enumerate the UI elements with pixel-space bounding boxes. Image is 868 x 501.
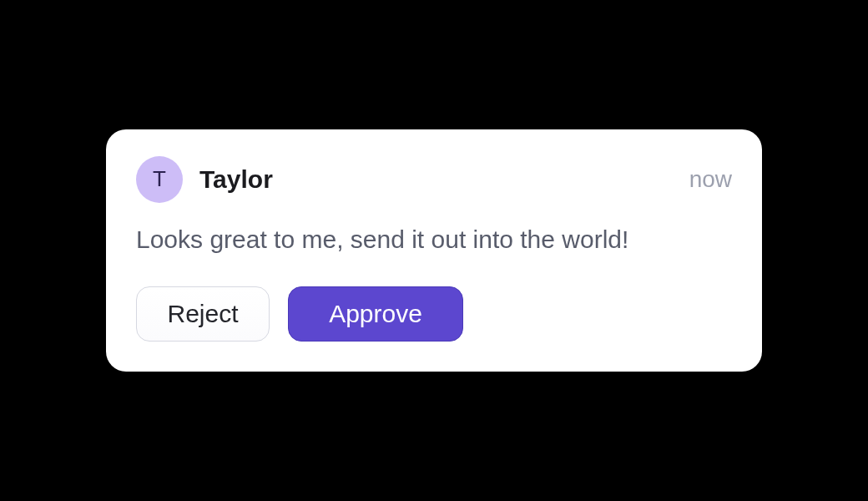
- author-avatar: T: [136, 156, 183, 203]
- action-buttons: Reject Approve: [136, 286, 732, 342]
- author-identity: T Taylor: [136, 156, 273, 203]
- author-initial: T: [153, 166, 166, 192]
- approve-button[interactable]: Approve: [288, 286, 463, 342]
- timestamp: now: [689, 166, 732, 193]
- notification-header: T Taylor now: [136, 156, 732, 203]
- notification-message: Looks great to me, send it out into the …: [136, 223, 732, 257]
- notification-card: T Taylor now Looks great to me, send it …: [106, 129, 762, 372]
- reject-button[interactable]: Reject: [136, 286, 270, 342]
- author-name: Taylor: [199, 165, 273, 194]
